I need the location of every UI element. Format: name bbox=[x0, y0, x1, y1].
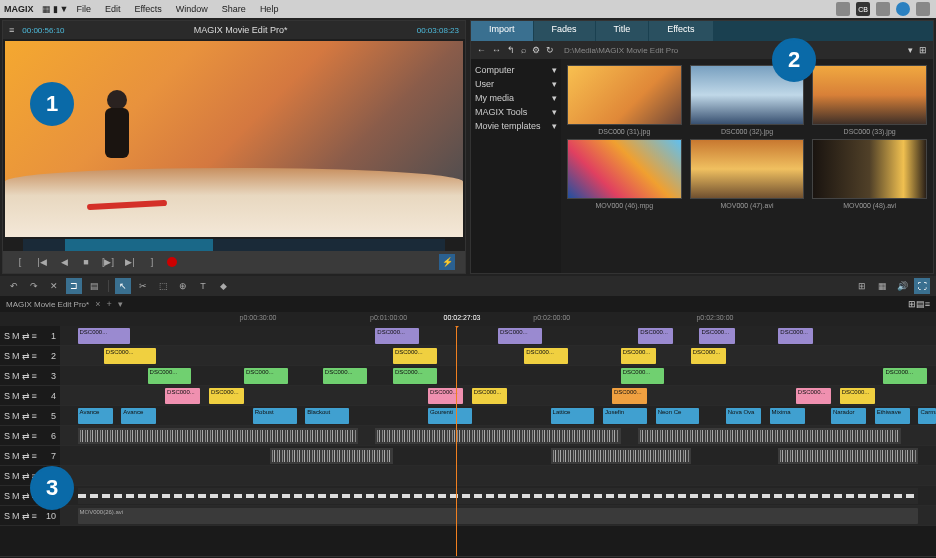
fwd-icon[interactable]: ↔ bbox=[492, 45, 501, 55]
tab-title[interactable]: Title bbox=[596, 21, 649, 41]
audio-clip[interactable]: MOV000(26).avi bbox=[78, 508, 919, 524]
timeline-clip[interactable]: DSC000... bbox=[104, 348, 157, 364]
timeline-clip[interactable]: DSC000... bbox=[428, 388, 463, 404]
timeline-clip[interactable]: Narador bbox=[831, 408, 866, 424]
media-item[interactable]: MOV000 (47).avi bbox=[690, 139, 805, 209]
track-body[interactable] bbox=[60, 466, 936, 485]
view-a-icon[interactable]: ⊞ bbox=[908, 299, 916, 309]
timeline-clip[interactable]: Robust bbox=[253, 408, 297, 424]
timeline-clip[interactable]: DSC000... bbox=[165, 388, 200, 404]
tree-templates[interactable]: Movie templates▾ bbox=[475, 119, 557, 133]
back-icon[interactable]: ← bbox=[477, 45, 486, 55]
save-icon[interactable]: ▼ bbox=[60, 4, 69, 14]
mode-icon[interactable]: ▤ bbox=[86, 278, 102, 294]
timeline-clip[interactable]: DSC000... bbox=[778, 328, 813, 344]
timeline-clip[interactable]: DSC000... bbox=[524, 348, 568, 364]
timeline-clip[interactable]: DSC000... bbox=[472, 388, 507, 404]
timeline-clip[interactable]: DSC000... bbox=[393, 348, 437, 364]
timeline-clip[interactable]: DSC000... bbox=[638, 328, 673, 344]
menu-edit[interactable]: Edit bbox=[99, 2, 127, 16]
timeline-clip[interactable]: Avance bbox=[78, 408, 113, 424]
undo-icon[interactable]: ↶ bbox=[6, 278, 22, 294]
track-header[interactable]: SM⇄≡3 bbox=[0, 366, 60, 385]
timeline-clip[interactable]: Josefin bbox=[603, 408, 647, 424]
timeline-clip[interactable]: DSC000... bbox=[323, 368, 367, 384]
cart-icon[interactable] bbox=[876, 2, 890, 16]
track-header[interactable]: SM⇄≡7 bbox=[0, 446, 60, 465]
text-icon[interactable]: T bbox=[195, 278, 211, 294]
tree-computer[interactable]: Computer▾ bbox=[475, 63, 557, 77]
timeline-clip[interactable]: DSC000... bbox=[393, 368, 437, 384]
media-item[interactable]: MOV000 (48).avi bbox=[812, 139, 927, 209]
view-icon[interactable]: ⊞ bbox=[919, 45, 927, 55]
menu-share[interactable]: Share bbox=[216, 2, 252, 16]
audio-clip[interactable] bbox=[375, 428, 620, 444]
view-b-icon[interactable]: ▤ bbox=[916, 299, 925, 309]
performance-icon[interactable]: ⚡ bbox=[439, 254, 455, 270]
project-menu-icon[interactable]: ▾ bbox=[118, 299, 123, 309]
timeline-clip[interactable]: DSC000... bbox=[375, 328, 419, 344]
timeline-clip[interactable]: DSC000... bbox=[78, 328, 131, 344]
media-item[interactable]: DSC000 (33).jpg bbox=[812, 65, 927, 135]
audio-clip[interactable] bbox=[778, 448, 918, 464]
timeline-clip[interactable]: DSC000... bbox=[148, 368, 192, 384]
track-body[interactable]: 03 Path...05 Path...08 Otherland.wav bbox=[60, 446, 936, 465]
up-icon[interactable]: ↰ bbox=[507, 45, 515, 55]
tab-fades[interactable]: Fades bbox=[534, 21, 595, 41]
prev-frame-icon[interactable]: ◀ bbox=[57, 255, 71, 269]
timeline-clip[interactable]: Neon Ce bbox=[656, 408, 700, 424]
timeline-clip[interactable]: Mixima bbox=[770, 408, 805, 424]
audio-clip[interactable] bbox=[551, 448, 691, 464]
timeline-clip[interactable]: DSC000... bbox=[699, 328, 734, 344]
tree-user[interactable]: User▾ bbox=[475, 77, 557, 91]
redo-icon[interactable]: ↷ bbox=[26, 278, 42, 294]
timeline-clip[interactable]: DSC000... bbox=[612, 388, 647, 404]
menu-icon[interactable]: ≡ bbox=[9, 25, 14, 35]
timeline-clip[interactable]: DSC000... bbox=[691, 348, 726, 364]
menu-help[interactable]: Help bbox=[254, 2, 285, 16]
timeline-clip[interactable]: DSC000... bbox=[621, 368, 665, 384]
menu-window[interactable]: Window bbox=[170, 2, 214, 16]
record-button[interactable] bbox=[167, 257, 177, 267]
track-body[interactable]: DSC000...DSC000...DSC000...DSC000...DSC0… bbox=[60, 366, 936, 385]
audio-icon[interactable]: 🔊 bbox=[894, 278, 910, 294]
timeline-clip[interactable]: DSC000... bbox=[209, 388, 244, 404]
fullscreen-icon[interactable]: ⛶ bbox=[914, 278, 930, 294]
pointer-icon[interactable]: ↖ bbox=[115, 278, 131, 294]
timeline-clip[interactable]: DSC000... bbox=[498, 328, 542, 344]
menu-effects[interactable]: Effects bbox=[128, 2, 167, 16]
tree-mymedia[interactable]: My media▾ bbox=[475, 91, 557, 105]
search-icon[interactable]: ⌕ bbox=[521, 45, 526, 55]
refresh-icon[interactable]: ↻ bbox=[546, 45, 554, 55]
track-header[interactable]: SM⇄≡5 bbox=[0, 406, 60, 425]
magnet-icon[interactable]: ⊐ bbox=[66, 278, 82, 294]
group-icon[interactable]: ⊞ bbox=[854, 278, 870, 294]
track-body[interactable]: DSC000...DSC000...DSC000...DSC000...DSC0… bbox=[60, 386, 936, 405]
play-icon[interactable]: [▶] bbox=[101, 255, 115, 269]
timeline-clip[interactable]: DSC000... bbox=[244, 368, 288, 384]
folder-icon[interactable]: ▮ bbox=[53, 4, 58, 14]
audio-clip[interactable] bbox=[270, 448, 393, 464]
zoom-icon[interactable]: ⊕ bbox=[175, 278, 191, 294]
preview-scrubber[interactable] bbox=[23, 239, 445, 251]
track-body[interactable]: MOV000(26).avi bbox=[60, 506, 936, 525]
timeline-clip[interactable]: DSC000... bbox=[840, 388, 875, 404]
timeline-clip[interactable]: DSC000... bbox=[883, 368, 927, 384]
track-header[interactable]: SM⇄≡6 bbox=[0, 426, 60, 445]
goto-start-icon[interactable]: |◀ bbox=[35, 255, 49, 269]
track-header[interactable]: SM⇄≡1 bbox=[0, 326, 60, 345]
gear-icon[interactable]: ⚙ bbox=[532, 45, 540, 55]
track-body[interactable]: AvanceAvanceRobustBlackoutGourentiLattic… bbox=[60, 406, 936, 425]
media-item[interactable]: DSC000 (31).jpg bbox=[567, 65, 682, 135]
view-c-icon[interactable]: ≡ bbox=[925, 299, 930, 309]
cloud-icon[interactable] bbox=[836, 2, 850, 16]
menu-file[interactable]: File bbox=[70, 2, 97, 16]
track-body[interactable] bbox=[60, 486, 936, 505]
timeline-clip[interactable]: Gourenti bbox=[428, 408, 472, 424]
delete-icon[interactable]: ✕ bbox=[46, 278, 62, 294]
track-body[interactable]: DSC000...DSC000...DSC000...DSC000...DSC0… bbox=[60, 326, 936, 345]
user-icon[interactable] bbox=[916, 2, 930, 16]
audio-clip[interactable] bbox=[78, 428, 358, 444]
next-frame-icon[interactable]: ▶| bbox=[123, 255, 137, 269]
timeline-clip[interactable]: Nova Ova bbox=[726, 408, 761, 424]
